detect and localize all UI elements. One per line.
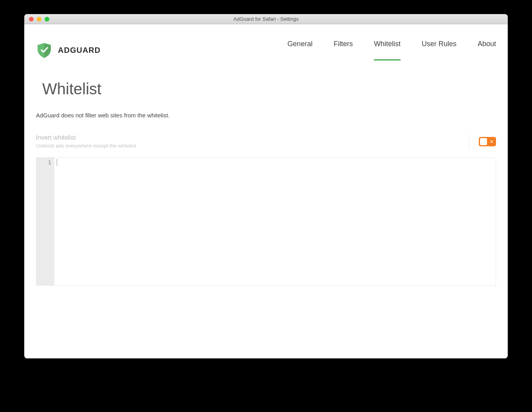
close-window-button[interactable]	[29, 17, 34, 22]
window-title: AdGuard for Safari - Settings	[24, 16, 508, 22]
adguard-shield-icon	[36, 42, 52, 59]
whitelist-editor: 1	[36, 157, 496, 286]
toggle-knob	[480, 138, 487, 145]
logo-text: ADGUARD	[58, 46, 101, 55]
page-title: Whitelist	[42, 80, 496, 98]
nav-tabs: General Filters Whitelist User Rules Abo…	[288, 40, 496, 61]
line-number-gutter: 1	[36, 158, 54, 285]
invert-whitelist-text: Invert whitelist Unblock ads everywhere …	[36, 134, 469, 149]
tab-filters[interactable]: Filters	[334, 40, 353, 61]
whitelist-textarea[interactable]	[54, 158, 496, 285]
app-window: AdGuard for Safari - Settings ADGUARD Ge…	[24, 14, 508, 358]
window-content: ADGUARD General Filters Whitelist User R…	[24, 24, 508, 358]
titlebar: AdGuard for Safari - Settings	[24, 14, 508, 24]
main-panel: Whitelist AdGuard does not filter web si…	[24, 61, 508, 297]
traffic-lights	[29, 17, 49, 22]
tab-whitelist[interactable]: Whitelist	[374, 40, 401, 61]
toggle-wrap: ✕	[469, 135, 496, 149]
tab-general[interactable]: General	[288, 40, 313, 61]
tab-user-rules[interactable]: User Rules	[422, 40, 457, 61]
maximize-window-button[interactable]	[45, 17, 49, 22]
close-icon: ✕	[490, 139, 494, 144]
page-description: AdGuard does not filter web sites from t…	[36, 112, 496, 119]
tab-about[interactable]: About	[478, 40, 496, 61]
invert-whitelist-row: Invert whitelist Unblock ads everywhere …	[36, 134, 496, 149]
text-cursor	[57, 159, 57, 166]
invert-whitelist-title: Invert whitelist	[36, 134, 469, 141]
header: ADGUARD General Filters Whitelist User R…	[24, 24, 508, 61]
invert-whitelist-subtitle: Unblock ads everywhere except the whitel…	[36, 143, 469, 149]
minimize-window-button[interactable]	[37, 17, 41, 22]
line-number: 1	[36, 159, 51, 166]
invert-whitelist-toggle[interactable]: ✕	[479, 137, 496, 146]
logo-section: ADGUARD	[36, 42, 101, 59]
